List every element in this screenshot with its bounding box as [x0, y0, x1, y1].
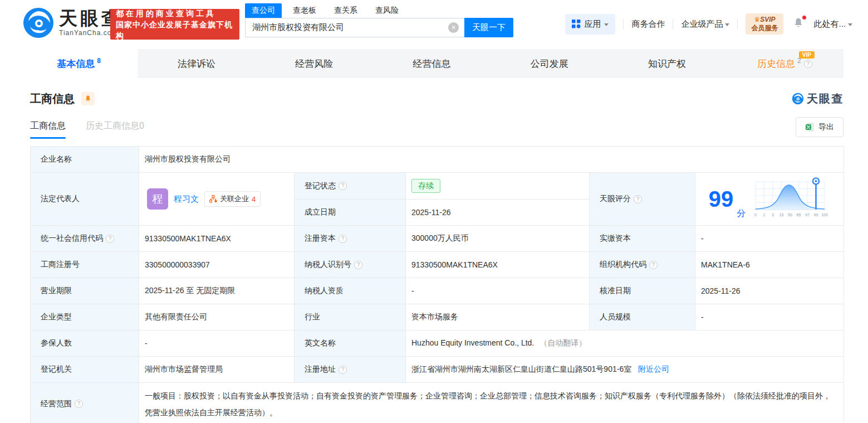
- score-axis-ticks: 0 1 3 15 50 85 97 99 100: [754, 213, 828, 217]
- nearby-companies-link[interactable]: 附近公司: [638, 364, 669, 373]
- enterprise-products-link[interactable]: 企业级产品: [681, 19, 729, 30]
- address-label: 注册地址: [305, 364, 336, 375]
- search-button[interactable]: 天眼一下: [464, 18, 513, 37]
- help-icon[interactable]: ?: [804, 60, 812, 68]
- search-area: 查公司 查老板 查关系 查风险 × 天眼一下: [245, 3, 513, 37]
- surprise-menu[interactable]: 此处有...: [813, 19, 852, 30]
- tab-operation-info[interactable]: 经营信息: [373, 49, 491, 78]
- org-network-icon: [209, 195, 217, 203]
- svg-text:97: 97: [805, 213, 810, 217]
- svip-label: SVIP: [760, 16, 775, 23]
- search-tab-boss[interactable]: 查老板: [286, 3, 323, 18]
- reg-no-value: 330500000033907: [145, 260, 210, 269]
- search-tab-company[interactable]: 查公司: [245, 3, 282, 18]
- tianyancha-logo-icon: [22, 7, 55, 39]
- establish-date-value: 2025-11-26: [411, 208, 451, 217]
- tab-basic-info[interactable]: 基本信息 8: [20, 49, 138, 78]
- table-row: 企业类型 其他有限责任公司 行业 资本市场服务 人员规模 -: [31, 304, 844, 330]
- tab-legal-litigation-label: 法律诉讼: [178, 57, 215, 70]
- tab-history-info[interactable]: VIP 历史信息 2 ?: [726, 49, 844, 78]
- tab-history-info-label: 历史信息: [757, 57, 795, 70]
- approve-date-value: 2025-11-26: [701, 286, 741, 295]
- insured-num-value: -: [145, 339, 148, 348]
- header-menu: 应用 商务合作 企业级产品 ♛SVIP 会员服务: [565, 13, 852, 35]
- reg-status-label: 登记状态: [305, 181, 336, 191]
- credit-code-value: 91330500MAK1TNEA6X: [145, 234, 231, 243]
- business-info-table: 企业名称 湖州市股权投资有限公司 法定代表人 程 程习文: [30, 146, 844, 423]
- help-icon[interactable]: ?: [339, 366, 347, 374]
- tab-operation-risk-label: 经营风险: [295, 57, 333, 70]
- help-icon[interactable]: ?: [354, 261, 362, 269]
- table-row: 营业期限 2025-11-26 至 无固定期限 纳税人资质 - 核准日期 202…: [31, 278, 844, 304]
- business-info-card: 工商信息 天眼查 工商信息 历史工商信息0: [30, 90, 844, 423]
- tab-intellectual-property-label: 知识产权: [648, 57, 686, 70]
- tab-intellectual-property[interactable]: 知识产权: [608, 49, 725, 78]
- surprise-label: 此处有...: [813, 19, 846, 30]
- business-scope-value: 一般项目：股权投资；以自有资金从事投资活动；自有资金投资的资产管理服务；企业管理…: [145, 391, 831, 417]
- help-icon[interactable]: ?: [75, 400, 83, 408]
- table-row: 经营范围? 一般项目：股权投资；以自有资金从事投资活动；自有资金投资的资产管理服…: [31, 383, 844, 423]
- legal-rep-label: 法定代表人: [41, 194, 80, 204]
- biz-term-label: 营业期限: [41, 286, 72, 296]
- svg-text:50: 50: [788, 213, 792, 217]
- svg-text:99: 99: [814, 213, 818, 217]
- help-icon[interactable]: ?: [106, 235, 114, 243]
- english-name-note: （自动翻译）: [540, 338, 586, 347]
- tianyancha-logo[interactable]: 天眼查 TianYanCha.com: [22, 7, 122, 39]
- legal-rep-name-link[interactable]: 程习文: [174, 194, 199, 205]
- tianyancha-watermark: 天眼查: [792, 91, 844, 106]
- apps-menu[interactable]: 应用: [565, 14, 615, 35]
- apps-label: 应用: [584, 19, 601, 30]
- vip-badge: VIP: [799, 51, 815, 59]
- tab-legal-litigation[interactable]: 法律诉讼: [138, 49, 255, 78]
- search-tab-relation[interactable]: 查关系: [327, 3, 364, 18]
- clear-search-icon[interactable]: ×: [448, 22, 459, 33]
- help-icon[interactable]: ?: [339, 235, 347, 243]
- approve-date-label: 核准日期: [600, 286, 631, 296]
- help-icon[interactable]: ?: [339, 182, 347, 190]
- tianyancha-logo-icon: [792, 93, 804, 105]
- search-tab-risk[interactable]: 查风险: [369, 3, 405, 18]
- tab-operation-risk[interactable]: 经营风险: [256, 49, 373, 78]
- business-cooperation-link[interactable]: 商务合作: [631, 19, 665, 30]
- legal-rep-avatar[interactable]: 程: [147, 188, 168, 210]
- score-distribution-chart: 0 1 3 15 50 85 97 99 100: [752, 176, 830, 222]
- top-header: 天眼查 TianYanCha.com 都在用的商业查询工具 国家中小企业发展子基…: [0, 0, 868, 49]
- table-row: 工商注册号 330500000033907 纳税人识别号? 91330500MA…: [31, 252, 844, 278]
- promo-line2: 国家中小企业发展子基金旗下机构: [116, 19, 234, 41]
- help-icon[interactable]: ?: [649, 261, 658, 269]
- paid-capital-value: -: [701, 234, 704, 243]
- staff-size-value: -: [701, 313, 704, 322]
- chevron-down-icon: [848, 23, 852, 26]
- export-button[interactable]: 导出: [796, 117, 844, 137]
- reg-authority-label: 登记机关: [41, 364, 72, 375]
- reg-no-label: 工商注册号: [41, 260, 80, 270]
- company-name-value: 湖州市股权投资有限公司: [145, 154, 231, 163]
- crown-icon: ♛: [754, 16, 760, 23]
- org-code-value: MAK1TNEA-6: [701, 260, 750, 269]
- related-companies-button[interactable]: 关联企业 4: [204, 191, 261, 207]
- industry-value: 资本市场服务: [411, 312, 458, 321]
- establish-date-label: 成立日期: [305, 207, 336, 217]
- tyc-score-label: 天眼评分: [600, 194, 631, 204]
- search-input[interactable]: [245, 18, 464, 37]
- divider: [623, 19, 624, 29]
- biz-term-value: 2025-11-26 至 无固定期限: [145, 286, 235, 295]
- english-name-value: Huzhou Equity Investment Co., Ltd.: [411, 338, 534, 347]
- promo-banner: 都在用的商业查询工具 国家中小企业发展子基金旗下机构: [110, 9, 239, 40]
- tab-company-development[interactable]: 公司发展: [491, 49, 608, 78]
- related-companies-count: 4: [252, 195, 256, 203]
- svip-member-button[interactable]: ♛SVIP 会员服务: [746, 13, 783, 35]
- industry-label: 行业: [305, 312, 320, 322]
- english-name-label: 英文名称: [305, 338, 336, 348]
- company-name-label: 企业名称: [41, 154, 72, 164]
- taxpayer-quality-label: 纳税人资质: [305, 286, 344, 296]
- subscribe-bell-button[interactable]: [81, 92, 95, 105]
- notification-bell-button[interactable]: [792, 17, 805, 31]
- section-title: 工商信息: [30, 91, 75, 106]
- subtab-history-business-info[interactable]: 历史工商信息0: [86, 120, 144, 139]
- table-row: 登记机关 湖州市市场监督管理局 注册地址? 浙江省湖州市湖州南太湖新区仁皇山街道…: [31, 357, 844, 383]
- divider: [673, 19, 673, 29]
- help-icon[interactable]: ?: [634, 195, 642, 203]
- subtab-business-info[interactable]: 工商信息: [30, 120, 66, 139]
